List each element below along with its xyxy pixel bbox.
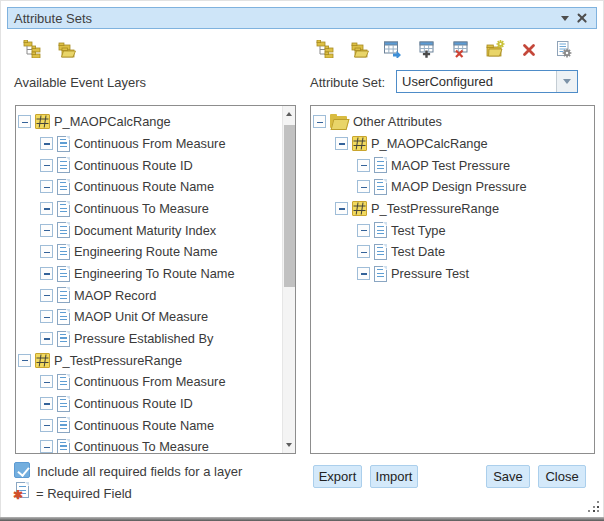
field-doc-icon: [374, 157, 387, 173]
tree-item-label: Other Attributes: [353, 114, 442, 129]
collapse-box-icon[interactable]: [40, 137, 53, 150]
tree-item-label: Continuous To Measure: [74, 439, 209, 454]
tree-item-continuous-from-measure[interactable]: Continuous From Measure: [16, 133, 282, 155]
attribute-set-label: Attribute Set:: [310, 75, 385, 90]
tree-item-pressure-established-by[interactable]: Pressure Established By: [16, 328, 282, 350]
collapse-box-icon[interactable]: [40, 375, 53, 388]
folder-new-icon: [486, 40, 505, 58]
report-properties-icon: [555, 41, 572, 58]
report-properties-button[interactable]: [551, 39, 575, 59]
resize-grip[interactable]: [588, 501, 601, 514]
collapse-box-icon[interactable]: [40, 202, 53, 215]
collapse-box-icon[interactable]: [357, 267, 370, 280]
tree-item-maop-record[interactable]: MAOP Record: [16, 284, 282, 306]
collapse-box-icon[interactable]: [40, 159, 53, 172]
scroll-up-button[interactable]: [283, 106, 295, 122]
tree-item-p-maopcalcrange[interactable]: P_MAOPCalcRange: [311, 133, 594, 155]
tree-item-p-testpressurerange[interactable]: P_TestPressureRange: [311, 198, 594, 220]
scroll-up-icon: [286, 112, 292, 116]
left-tree-scrollbar[interactable]: [282, 106, 295, 453]
assign-layers-tree-icon: [316, 40, 334, 58]
collapse-box-icon[interactable]: [357, 224, 370, 237]
collapse-box-icon[interactable]: [18, 354, 31, 367]
field-doc-icon: [57, 157, 70, 173]
close-icon[interactable]: [576, 12, 588, 24]
collapse-icon[interactable]: [561, 16, 569, 21]
delete-button[interactable]: [517, 39, 541, 59]
collapse-box-icon[interactable]: [18, 115, 31, 128]
available-event-layers-label: Available Event Layers: [14, 75, 146, 90]
collapse-box-icon[interactable]: [40, 419, 53, 432]
delete-icon: [521, 41, 537, 57]
table-export-icon: [384, 41, 402, 58]
open-folders-button[interactable]: [347, 39, 371, 59]
collapse-box-icon[interactable]: [40, 180, 53, 193]
event-layer-icon: [352, 201, 367, 216]
tree-item-label: Continuous Route ID: [74, 396, 193, 411]
save-button[interactable]: Save: [486, 465, 530, 488]
tree-item-continuous-to-measure[interactable]: Continuous To Measure: [16, 198, 282, 220]
collapse-box-icon[interactable]: [357, 245, 370, 258]
tree-item-p-maopcalcrange[interactable]: P_MAOPCalcRange: [16, 111, 282, 133]
table-remove-button[interactable]: [449, 39, 473, 59]
collapse-box-icon[interactable]: [40, 224, 53, 237]
tree-item-continuous-route-name[interactable]: Continuous Route Name: [16, 176, 282, 198]
table-add-button[interactable]: [415, 39, 439, 59]
export-button[interactable]: Export: [313, 465, 362, 488]
scrollbar-thumb[interactable]: [284, 125, 295, 287]
field-doc-icon: [57, 266, 70, 282]
collapse-box-icon[interactable]: [335, 137, 348, 150]
combobox-dropdown-button[interactable]: [556, 71, 577, 92]
tree-item-continuous-from-measure[interactable]: Continuous From Measure: [16, 371, 282, 393]
table-export-button[interactable]: [381, 39, 405, 59]
field-doc-icon: [57, 331, 70, 347]
import-button[interactable]: Import: [370, 465, 418, 488]
event-layer-icon: [35, 353, 50, 368]
collapse-box-icon[interactable]: [40, 289, 53, 302]
folder-new-button[interactable]: [483, 39, 507, 59]
tree-item-label: Continuous Route Name: [74, 418, 214, 433]
tree-item-other-attributes[interactable]: Other Attributes: [311, 111, 594, 133]
include-required-fields-label: Include all required fields for a layer: [37, 464, 242, 479]
collapse-box-icon[interactable]: [313, 115, 326, 128]
collapse-box-icon[interactable]: [40, 267, 53, 280]
tree-item-label: MAOP Test Pressure: [391, 158, 510, 173]
assign-layers-tree-button[interactable]: [313, 39, 337, 59]
tree-item-engineering-route-name[interactable]: Engineering Route Name: [16, 241, 282, 263]
assign-layers-tree-button[interactable]: [20, 39, 44, 59]
tree-item-continuous-route-id[interactable]: Continuous Route ID: [16, 154, 282, 176]
collapse-box-icon[interactable]: [357, 159, 370, 172]
tree-item-engineering-to-route-name[interactable]: Engineering To Route Name: [16, 263, 282, 285]
tree-item-label: Test Date: [391, 244, 445, 259]
tree-item-continuous-route-name[interactable]: Continuous Route Name: [16, 414, 282, 436]
tree-item-document-maturity-index[interactable]: Document Maturity Index: [16, 219, 282, 241]
tree-item-pressure-test[interactable]: Pressure Test: [311, 263, 594, 285]
toolbar-left: [20, 39, 78, 59]
tree-item-continuous-route-id[interactable]: Continuous Route ID: [16, 393, 282, 415]
collapse-box-icon[interactable]: [40, 332, 53, 345]
collapse-box-icon[interactable]: [357, 180, 370, 193]
field-doc-icon: [374, 244, 387, 260]
close-button[interactable]: Close: [538, 465, 586, 488]
field-doc-icon: [57, 244, 70, 260]
scroll-down-button[interactable]: [283, 437, 295, 453]
tree-item-maop-test-pressure[interactable]: MAOP Test Pressure: [311, 154, 594, 176]
tree-item-p-testpressurerange[interactable]: P_TestPressureRange: [16, 349, 282, 371]
collapse-box-icon[interactable]: [40, 440, 53, 453]
tree-item-maop-design-pressure[interactable]: MAOP Design Pressure: [311, 176, 594, 198]
tree-item-test-date[interactable]: Test Date: [311, 241, 594, 263]
collapse-box-icon[interactable]: [40, 310, 53, 323]
collapse-box-icon[interactable]: [335, 202, 348, 215]
collapse-box-icon[interactable]: [40, 397, 53, 410]
tree-item-label: Continuous Route Name: [74, 179, 214, 194]
include-required-fields-checkbox[interactable]: [14, 462, 30, 478]
tree-item-label: Continuous From Measure: [74, 136, 226, 151]
open-folders-button[interactable]: [54, 39, 78, 59]
tree-item-continuous-to-measure[interactable]: Continuous To Measure: [16, 436, 282, 454]
collapse-box-icon[interactable]: [40, 245, 53, 258]
tree-item-label: Engineering Route Name: [74, 244, 218, 259]
attribute-set-combobox[interactable]: UserConfigured: [396, 70, 578, 93]
tree-item-test-type[interactable]: Test Type: [311, 219, 594, 241]
tree-item-label: Continuous From Measure: [74, 374, 226, 389]
tree-item-maop-unit-of-measure[interactable]: MAOP Unit Of Measure: [16, 306, 282, 328]
